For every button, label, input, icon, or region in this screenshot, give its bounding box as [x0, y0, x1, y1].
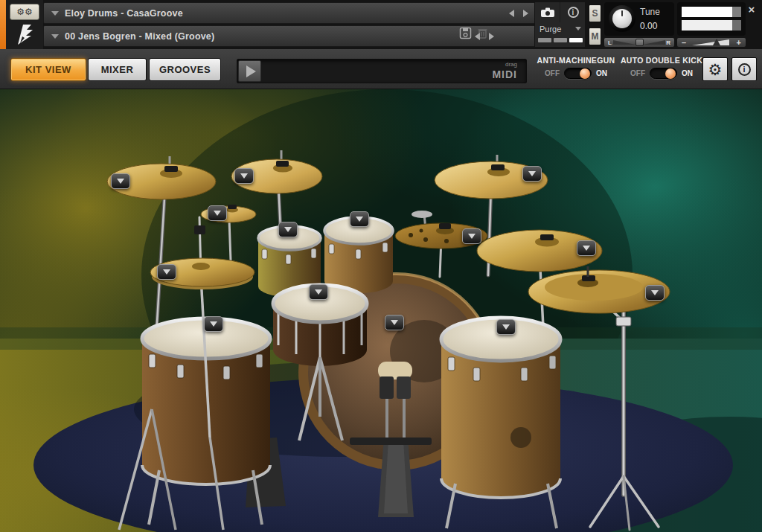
- toggle-knob: [580, 68, 590, 79]
- tab-kit-view[interactable]: KIT VIEW: [10, 58, 86, 81]
- anti-machinegun-toggle[interactable]: [564, 68, 592, 79]
- kit-marker-floor-tom-left[interactable]: [204, 316, 223, 332]
- prev-instrument-icon[interactable]: [509, 10, 514, 17]
- kit-view-scene: [0, 89, 762, 532]
- instrument-header-row[interactable]: Eloy Drums - CasaGroove: [43, 2, 585, 24]
- mute-button[interactable]: M: [589, 28, 601, 45]
- kit-marker-crash-left-2[interactable]: [234, 168, 254, 184]
- tune-knob[interactable]: [609, 5, 635, 32]
- triangle-down-icon: [315, 289, 322, 295]
- triangle-down-icon: [214, 211, 221, 216]
- triangle-down-icon: [356, 217, 363, 222]
- toolbar: KIT VIEW MIXER GROOVES drag MIDI ANTI-MA…: [0, 49, 762, 89]
- triangle-down-icon: [528, 171, 536, 176]
- gear-icon: ⚙: [708, 62, 723, 77]
- output-level-meter: [677, 2, 746, 36]
- instrument-title: Eloy Drums - CasaGroove: [65, 8, 183, 19]
- kit-marker-tom-2[interactable]: [350, 211, 369, 227]
- triangle-down-icon: [210, 321, 217, 327]
- tab-mixer[interactable]: MIXER: [88, 58, 147, 81]
- pan-thumb[interactable]: [635, 39, 644, 46]
- volume-slider[interactable]: – +: [677, 38, 746, 47]
- level-meter-left: [682, 7, 741, 17]
- kit-marker-crash-left[interactable]: [111, 173, 130, 189]
- triangle-down-icon: [163, 269, 170, 275]
- level-meter-right: [682, 20, 741, 31]
- kit-marker-china[interactable]: [645, 285, 665, 301]
- toggle-knob: [665, 68, 676, 79]
- kit-marker-hihat[interactable]: [157, 264, 176, 280]
- info-icon: i: [738, 63, 751, 76]
- chevron-down-icon: [575, 27, 581, 31]
- patch-header-row[interactable]: 00 Jens Bogren - Mixed (Groove): [43, 25, 585, 47]
- tune-label: Tune: [640, 7, 660, 17]
- header-bar: ⚙⚙ Eloy Drums - CasaGroove 00 Jens Bogre…: [0, 0, 762, 49]
- volume-minus-label: –: [682, 39, 686, 47]
- purge-menu[interactable]: Purge: [535, 23, 586, 34]
- on-label: ON: [682, 69, 693, 77]
- triangle-down-icon: [468, 234, 476, 239]
- meter-bar: [569, 38, 583, 42]
- resource-meters: [535, 38, 586, 45]
- logo-block: ⚙⚙: [6, 0, 43, 49]
- triangle-down-icon: [502, 324, 510, 330]
- auto-double-kick-toggle[interactable]: [650, 68, 677, 79]
- triangle-down-icon: [240, 173, 248, 179]
- next-patch-icon[interactable]: [489, 33, 494, 40]
- meter-bar: [554, 38, 567, 42]
- rack-tom-2[interactable]: [324, 217, 393, 293]
- pan-left-label: L: [608, 39, 612, 46]
- kit-marker-kick[interactable]: [385, 315, 404, 330]
- triangle-down-icon: [117, 179, 124, 184]
- chevron-down-icon[interactable]: [51, 11, 59, 16]
- tune-panel: Tune 0.00: [604, 2, 674, 36]
- drum-kit-illustration: [0, 89, 762, 532]
- patch-title: 00 Jens Bogren - Mixed (Groove): [65, 31, 214, 42]
- info-view-button[interactable]: i: [560, 2, 586, 22]
- groove-player-strip: drag MIDI: [237, 59, 527, 83]
- settings-button[interactable]: ⚙: [702, 57, 728, 81]
- tab-grooves[interactable]: GROOVES: [149, 58, 221, 81]
- instrument-nav-arrows: [509, 10, 528, 17]
- kit-marker-floor-tom-right[interactable]: [496, 319, 516, 335]
- on-label: ON: [596, 69, 607, 77]
- plugin-window: ⚙⚙ Eloy Drums - CasaGroove 00 Jens Bogre…: [0, 0, 762, 532]
- delete-icon[interactable]: [477, 27, 488, 42]
- kit-marker-tom-1[interactable]: [278, 222, 298, 237]
- snapshot-panel: i Purge: [534, 2, 585, 47]
- anti-machinegun-control: ANTI-MACHINEGUN OFF ON: [531, 56, 621, 79]
- camera-icon: [540, 7, 555, 18]
- kit-marker-splash[interactable]: [208, 205, 227, 221]
- close-button[interactable]: ×: [745, 3, 758, 16]
- off-label: OFF: [545, 69, 560, 77]
- instrument-options-button[interactable]: ⚙⚙: [10, 4, 39, 20]
- save-icon[interactable]: [459, 27, 472, 42]
- kit-marker-snare[interactable]: [309, 284, 328, 300]
- snapshot-camera-button[interactable]: [535, 2, 560, 22]
- accent-stripe: [0, 0, 6, 49]
- off-label: OFF: [630, 69, 645, 77]
- kit-marker-ride[interactable]: [577, 240, 596, 256]
- next-instrument-icon[interactable]: [523, 10, 528, 17]
- solo-button[interactable]: S: [589, 4, 601, 22]
- pan-slider[interactable]: L R: [604, 38, 674, 47]
- triangle-down-icon: [391, 320, 398, 325]
- triangle-down-icon: [583, 246, 590, 251]
- triangle-down-icon: [651, 290, 659, 295]
- chevron-down-icon[interactable]: [51, 34, 59, 39]
- play-icon: [246, 65, 256, 77]
- pan-right-label: R: [666, 39, 670, 46]
- drag-midi-badge[interactable]: drag MIDI: [492, 62, 517, 80]
- volume-plus-label: +: [737, 39, 741, 47]
- kit-marker-stack[interactable]: [462, 228, 481, 244]
- info-button[interactable]: i: [731, 57, 757, 81]
- anti-machinegun-label: ANTI-MACHINEGUN: [537, 56, 615, 65]
- volume-thumb[interactable]: [713, 39, 720, 45]
- auto-double-kick-label: AUTO DOUBLE KICK: [621, 56, 702, 65]
- play-button[interactable]: [238, 60, 261, 82]
- kit-marker-crash-right[interactable]: [522, 166, 542, 182]
- bogren-lightning-logo: [15, 23, 36, 48]
- gears-icon: ⚙⚙: [16, 7, 33, 16]
- auto-double-kick-control: AUTO DOUBLE KICK OFF ON: [619, 56, 704, 79]
- info-icon: i: [568, 7, 579, 18]
